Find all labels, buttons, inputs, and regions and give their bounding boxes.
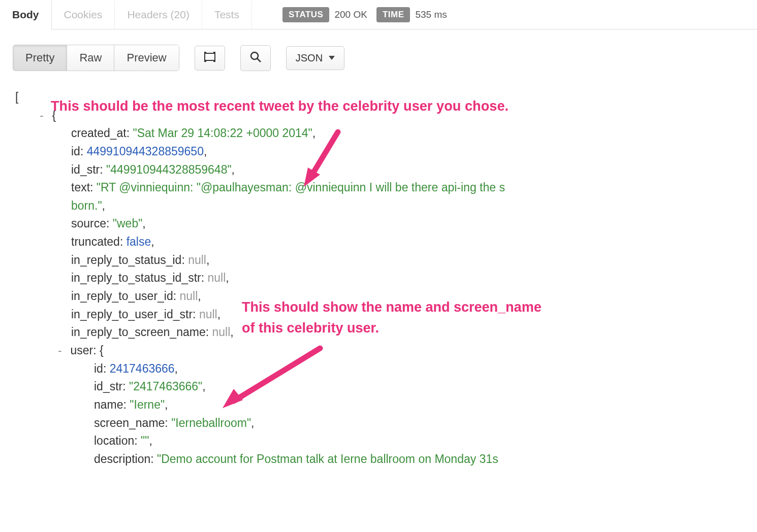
response-toolbar: Pretty Raw Preview JSON xyxy=(0,29,757,83)
svg-point-5 xyxy=(251,52,258,59)
svg-rect-1 xyxy=(204,52,206,54)
tab-headers[interactable]: Headers (20) xyxy=(115,1,202,29)
annotation-recent-tweet: This should be the most recent tweet by … xyxy=(51,98,509,114)
response-body: [ - { created_at: "Sat Mar 29 14:08:22 +… xyxy=(0,83,757,468)
collapse-toggle-user[interactable]: - xyxy=(55,342,65,359)
preview-button[interactable]: Preview xyxy=(114,45,178,71)
status-bar: STATUS 200 OK TIME 535 ms xyxy=(282,7,451,22)
annotation-user-name: This should show the name and screen_nam… xyxy=(242,297,542,338)
pretty-button[interactable]: Pretty xyxy=(13,45,67,71)
svg-marker-8 xyxy=(223,389,243,408)
svg-line-6 xyxy=(257,58,261,62)
view-mode-group: Pretty Raw Preview xyxy=(13,45,179,71)
response-tabs: Body Cookies Headers (20) Tests STATUS 2… xyxy=(0,0,757,29)
raw-button[interactable]: Raw xyxy=(67,45,114,71)
tab-body[interactable]: Body xyxy=(0,1,52,30)
format-dropdown[interactable]: JSON xyxy=(286,46,344,70)
time-value: 535 ms xyxy=(415,9,447,20)
arrow-icon xyxy=(213,340,330,416)
search-icon xyxy=(250,51,261,65)
time-badge: TIME xyxy=(376,7,411,22)
tab-tests[interactable]: Tests xyxy=(202,1,252,29)
status-badge: STATUS xyxy=(282,7,329,22)
wrap-button[interactable] xyxy=(195,46,225,71)
search-button[interactable] xyxy=(240,45,271,71)
chevron-down-icon xyxy=(329,56,335,60)
status-value: 200 OK xyxy=(334,9,367,20)
wrap-icon xyxy=(204,52,215,64)
svg-rect-2 xyxy=(213,52,215,54)
svg-rect-0 xyxy=(205,53,215,60)
tab-cookies[interactable]: Cookies xyxy=(52,1,115,29)
svg-rect-4 xyxy=(213,60,215,62)
arrow-icon xyxy=(300,128,345,189)
svg-rect-3 xyxy=(204,60,206,62)
collapse-toggle[interactable]: - xyxy=(37,107,47,124)
format-dropdown-label: JSON xyxy=(296,52,323,64)
